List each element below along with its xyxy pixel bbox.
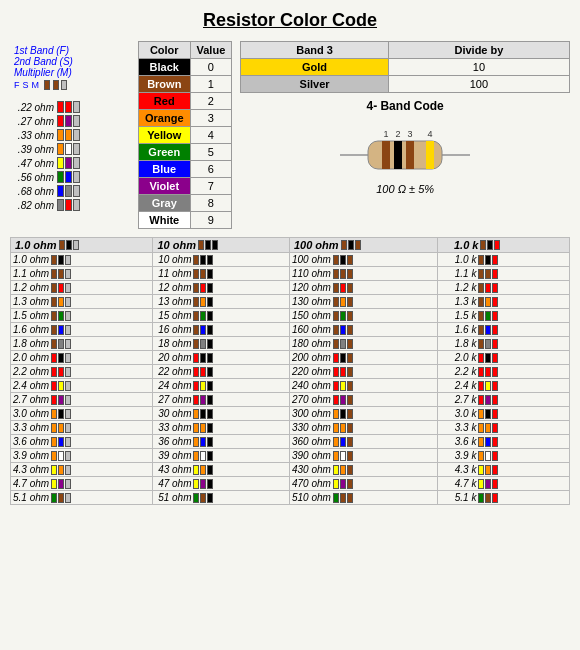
band-indicator bbox=[73, 157, 80, 169]
table-header-cell: 1.0 k bbox=[438, 238, 570, 253]
resistor-cell: 510 ohm bbox=[289, 491, 438, 505]
value-cell: 4 bbox=[190, 127, 232, 144]
ohm-row: .27 ohm bbox=[10, 115, 130, 127]
resistor-cell: 1.1 ohm bbox=[11, 267, 153, 281]
resistor-cell: 13 ohm bbox=[153, 295, 289, 309]
table-row: 2.4 ohm24 ohm240 ohm2.4 k bbox=[11, 379, 570, 393]
resistor-cell: 1.5 k bbox=[438, 309, 570, 323]
color-table-row: White9 bbox=[139, 212, 232, 229]
resistor-cell: 27 ohm bbox=[153, 393, 289, 407]
table-row: 1.3 ohm13 ohm130 ohm1.3 k bbox=[11, 295, 570, 309]
band-indicator bbox=[57, 129, 64, 141]
table-row: 1.5 ohm15 ohm150 ohm1.5 k bbox=[11, 309, 570, 323]
resistor-cell: 130 ohm bbox=[289, 295, 438, 309]
color-table-row: Brown1 bbox=[139, 76, 232, 93]
resistor-cell: 220 ohm bbox=[289, 365, 438, 379]
resistor-cell: 4.3 k bbox=[438, 463, 570, 477]
resistor-cell: 1.3 ohm bbox=[11, 295, 153, 309]
resistor-cell: 150 ohm bbox=[289, 309, 438, 323]
resistor-cell: 1.8 k bbox=[438, 337, 570, 351]
svg-text:3: 3 bbox=[408, 129, 413, 139]
resistor-cell: 2.2 k bbox=[438, 365, 570, 379]
resistor-cell: 1.1 k bbox=[438, 267, 570, 281]
color-table-row: Yellow4 bbox=[139, 127, 232, 144]
table-row: 1.1 ohm11 ohm110 ohm1.1 k bbox=[11, 267, 570, 281]
resistor-cell: 3.9 ohm bbox=[11, 449, 153, 463]
resistor-cell: 1.5 ohm bbox=[11, 309, 153, 323]
band-indicator bbox=[57, 101, 64, 113]
ohm-row: .39 ohm bbox=[10, 143, 130, 155]
resistor-cell: 1.0 k bbox=[438, 253, 570, 267]
resistor-cell: 2.2 ohm bbox=[11, 365, 153, 379]
ohm-label: .27 ohm bbox=[10, 116, 54, 127]
color-table-row: Orange3 bbox=[139, 110, 232, 127]
resistor-cell: 36 ohm bbox=[153, 435, 289, 449]
resistor-cell: 180 ohm bbox=[289, 337, 438, 351]
resistor-cell: 30 ohm bbox=[153, 407, 289, 421]
color-cell: Green bbox=[139, 144, 191, 161]
band-indicator bbox=[73, 185, 80, 197]
table-row: 5.1 ohm51 ohm510 ohm5.1 k bbox=[11, 491, 570, 505]
band-indicator bbox=[57, 199, 64, 211]
color-cell: Brown bbox=[139, 76, 191, 93]
svg-rect-5 bbox=[406, 141, 414, 169]
band-indicator bbox=[65, 115, 72, 127]
resistor-cell: 390 ohm bbox=[289, 449, 438, 463]
table-header-cell: 1.0 ohm bbox=[11, 238, 153, 253]
ohm-label: .22 ohm bbox=[10, 102, 54, 113]
resistor-cell: 1.0 ohm bbox=[11, 253, 153, 267]
resistor-cell: 39 ohm bbox=[153, 449, 289, 463]
resistor-cell: 1.3 k bbox=[438, 295, 570, 309]
svg-rect-4 bbox=[394, 141, 402, 169]
resistor-cell: 2.0 k bbox=[438, 351, 570, 365]
resistor-cell: 51 ohm bbox=[153, 491, 289, 505]
color-cell: White bbox=[139, 212, 191, 229]
ohm-row: .68 ohm bbox=[10, 185, 130, 197]
band-indicator bbox=[73, 101, 80, 113]
color-cell: Black bbox=[139, 59, 191, 76]
resistor-cell: 3.9 k bbox=[438, 449, 570, 463]
table-row: 3.0 ohm30 ohm300 ohm3.0 k bbox=[11, 407, 570, 421]
band-indicator bbox=[57, 185, 64, 197]
svg-text:2: 2 bbox=[396, 129, 401, 139]
resistor-cell: 11 ohm bbox=[153, 267, 289, 281]
band-legend-m: Multiplier (M) bbox=[14, 67, 106, 78]
band-indicator bbox=[73, 129, 80, 141]
table-row: 2.2 ohm22 ohm220 ohm2.2 k bbox=[11, 365, 570, 379]
resistor-cell: 1.2 ohm bbox=[11, 281, 153, 295]
resistor-cell: 4.7 ohm bbox=[11, 477, 153, 491]
value-cell: 3 bbox=[190, 110, 232, 127]
resistor-cell: 3.6 k bbox=[438, 435, 570, 449]
table-row: 1.6 ohm16 ohm160 ohm1.6 k bbox=[11, 323, 570, 337]
resistor-cell: 2.4 ohm bbox=[11, 379, 153, 393]
value-cell: 5 bbox=[190, 144, 232, 161]
resistor-cell: 47 ohm bbox=[153, 477, 289, 491]
resistor-cell: 16 ohm bbox=[153, 323, 289, 337]
ohm-label: .56 ohm bbox=[10, 172, 54, 183]
resistor-cell: 4.7 k bbox=[438, 477, 570, 491]
band-indicator bbox=[65, 185, 72, 197]
band-indicator bbox=[65, 157, 72, 169]
ohm-label: .82 ohm bbox=[10, 200, 54, 211]
value-cell: 2 bbox=[190, 93, 232, 110]
band-indicator bbox=[57, 143, 64, 155]
resistor-cell: 2.4 k bbox=[438, 379, 570, 393]
col-header-value: Value bbox=[190, 42, 232, 59]
table-row: 3.9 ohm39 ohm390 ohm3.9 k bbox=[11, 449, 570, 463]
svg-rect-6 bbox=[426, 141, 434, 169]
color-cell: Orange bbox=[139, 110, 191, 127]
band3-value-cell: 10 bbox=[388, 59, 569, 76]
ohm-label: .47 ohm bbox=[10, 158, 54, 169]
band3-row: Gold10 bbox=[241, 59, 570, 76]
resistor-cell: 2.7 k bbox=[438, 393, 570, 407]
resistor-cell: 12 ohm bbox=[153, 281, 289, 295]
svg-text:4: 4 bbox=[428, 129, 433, 139]
band-indicator bbox=[65, 199, 72, 211]
ohm-label: .33 ohm bbox=[10, 130, 54, 141]
main-resistor-table: 1.0 ohm10 ohm100 ohm1.0 k1.0 ohm10 ohm10… bbox=[10, 237, 570, 505]
table-row: 2.7 ohm27 ohm270 ohm2.7 k bbox=[11, 393, 570, 407]
resistor-cell: 1.6 k bbox=[438, 323, 570, 337]
resistor-cell: 15 ohm bbox=[153, 309, 289, 323]
color-table-row: Green5 bbox=[139, 144, 232, 161]
value-cell: 1 bbox=[190, 76, 232, 93]
